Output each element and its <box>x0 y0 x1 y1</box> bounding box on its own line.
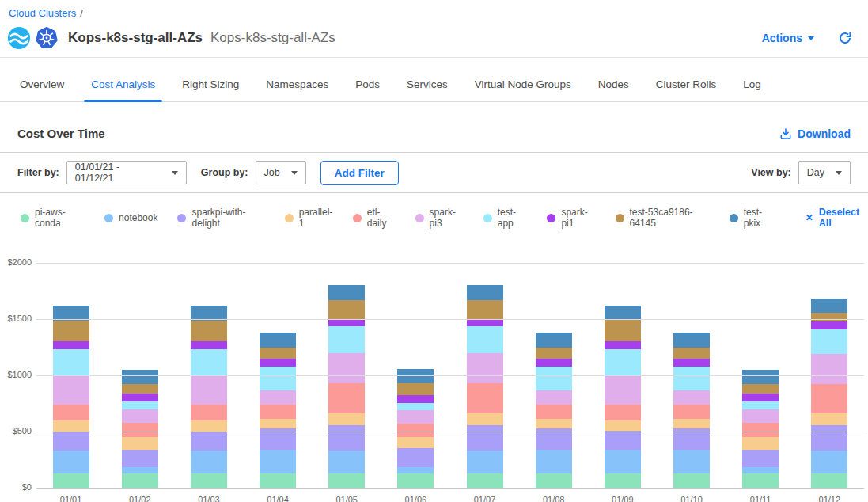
tab-virtual-node-groups[interactable]: Virtual Node Groups <box>475 58 571 101</box>
legend-item-notebook[interactable]: notebook <box>104 212 157 223</box>
bar-01-03[interactable] <box>191 306 227 488</box>
y-axis-tick-label: $1500 <box>0 314 32 323</box>
bar-segment-test-app <box>397 403 434 410</box>
x-axis-tick-label: 01/10 <box>673 495 710 502</box>
tab-right-sizing[interactable]: Right Sizing <box>182 58 239 101</box>
bar-segment-test-pkix <box>467 285 503 300</box>
legend-item-sparkpi-with-delight[interactable]: sparkpi-with-delight <box>177 207 264 229</box>
view-by-select[interactable]: Day <box>798 161 851 184</box>
legend-item-test-pkix[interactable]: test-pkix <box>730 207 775 229</box>
bar-01-10[interactable] <box>673 333 710 488</box>
add-filter-button[interactable]: Add Filter <box>320 161 399 185</box>
tab-log[interactable]: Log <box>743 58 761 101</box>
tab-cost-analysis[interactable]: Cost Analysis <box>91 58 155 101</box>
bar-01-12[interactable] <box>811 299 847 488</box>
tab-cluster-rolls[interactable]: Cluster Rolls <box>656 58 717 101</box>
deselect-all-button[interactable]: ✕Deselect All <box>805 207 868 229</box>
bar-segment-notebook <box>260 450 296 473</box>
tab-nodes[interactable]: Nodes <box>598 58 629 101</box>
actions-label: Actions <box>762 32 802 44</box>
bar-segment-test-app <box>191 349 227 375</box>
bar-segment-test-app <box>536 367 572 390</box>
legend-item-pi-aws-conda[interactable]: pi-aws-conda <box>21 207 85 229</box>
tab-overview[interactable]: Overview <box>20 58 64 101</box>
date-range-select[interactable]: 01/01/21 - 01/12/21 <box>66 161 187 184</box>
actions-button[interactable]: Actions <box>762 32 814 44</box>
group-by-label: Group by: <box>201 167 248 178</box>
bar-segment-spark-pi3 <box>191 375 227 405</box>
legend-label: sparkpi-with-delight <box>191 207 264 229</box>
bar-segment-spark-pi1 <box>122 394 158 401</box>
ocean-logo-icon <box>8 27 30 49</box>
date-range-value: 01/01/21 - 01/12/21 <box>75 162 161 184</box>
bar-segment-etl-daily <box>397 424 434 437</box>
bar-segment-test-pkix <box>191 306 227 320</box>
bar-segment-parallel-1 <box>260 419 296 428</box>
bar-segment-test-app <box>811 329 847 354</box>
bar-segment-sparkpi-with-delight <box>328 425 365 451</box>
bar-segment-etl-daily <box>605 405 641 420</box>
legend-item-etl-daily[interactable]: etl-daily <box>353 207 396 229</box>
bar-01-09[interactable] <box>605 306 641 488</box>
x-axis-tick-label: 01/03 <box>191 495 227 502</box>
bar-segment-test-pkix <box>53 306 89 320</box>
bar-segment-test-app <box>53 349 89 375</box>
bar-segment-test-pkix <box>328 285 365 300</box>
bar-segment-parallel-1 <box>605 420 641 431</box>
bar-segment-test-pkix <box>742 370 779 384</box>
legend-label: spark-pi3 <box>430 207 464 229</box>
bar-segment-pi-aws-conda <box>397 473 434 488</box>
group-by-select[interactable]: Job <box>256 161 306 184</box>
breadcrumb-link-cloud-clusters[interactable]: Cloud Clusters <box>9 7 76 19</box>
legend-item-spark-pi1[interactable]: spark-pi1 <box>547 207 595 229</box>
legend-dot-icon <box>21 214 29 222</box>
bar-01-04[interactable] <box>260 333 296 488</box>
legend-label: etl-daily <box>367 207 396 229</box>
tab-services[interactable]: Services <box>407 58 448 101</box>
bar-segment-etl-daily <box>742 423 779 437</box>
legend-item-test-53ca9186-64145[interactable]: test-53ca9186-64145 <box>616 207 710 229</box>
bar-segment-test-53ca9186-64145 <box>53 321 89 342</box>
legend-item-parallel-1[interactable]: parallel-1 <box>285 207 333 229</box>
bar-segment-etl-daily <box>467 383 503 413</box>
download-button[interactable]: Download <box>779 127 851 140</box>
bar-segment-parallel-1 <box>742 437 779 450</box>
legend-item-test-app[interactable]: test-app <box>483 207 528 229</box>
bar-segment-test-53ca9186-64145 <box>811 313 847 321</box>
bar-segment-notebook <box>605 450 641 473</box>
bar-01-05[interactable] <box>328 285 365 488</box>
tab-namespaces[interactable]: Namespaces <box>266 58 328 101</box>
bar-segment-parallel-1 <box>673 419 710 428</box>
bar-segment-notebook <box>467 451 503 473</box>
bar-01-08[interactable] <box>536 333 572 488</box>
bar-01-02[interactable] <box>122 370 158 488</box>
tab-pods[interactable]: Pods <box>355 58 380 101</box>
x-axis-tick-label: 01/02 <box>122 495 158 502</box>
bar-segment-spark-pi3 <box>53 375 89 405</box>
bar-segment-spark-pi1 <box>673 359 710 367</box>
legend-item-spark-pi3[interactable]: spark-pi3 <box>415 207 464 229</box>
bar-segment-spark-pi1 <box>191 341 227 349</box>
legend-label: test-pkix <box>744 207 775 229</box>
bar-segment-spark-pi3 <box>397 410 434 424</box>
refresh-icon[interactable] <box>838 31 852 45</box>
x-axis-tick-label: 01/08 <box>536 495 572 502</box>
bar-segment-sparkpi-with-delight <box>122 450 158 468</box>
bar-segment-etl-daily <box>53 405 89 420</box>
chart-x-axis: 01/0101/0201/0301/0401/0501/0601/0701/08… <box>36 495 864 502</box>
bar-segment-test-53ca9186-64145 <box>397 383 434 395</box>
x-axis-tick-label: 01/09 <box>605 495 641 502</box>
bar-01-07[interactable] <box>467 285 503 488</box>
tab-bar: OverviewCost AnalysisRight SizingNamespa… <box>0 58 868 102</box>
bar-segment-parallel-1 <box>191 420 227 432</box>
bar-segment-spark-pi3 <box>536 390 572 405</box>
x-axis-tick-label: 01/12 <box>811 495 847 502</box>
bar-segment-sparkpi-with-delight <box>742 450 779 468</box>
bar-segment-notebook <box>191 451 227 473</box>
legend-dot-icon <box>353 214 362 222</box>
legend-label: notebook <box>119 212 157 223</box>
bar-01-01[interactable] <box>53 306 89 488</box>
page-subtitle: Kops-k8s-stg-all-AZs <box>210 30 335 46</box>
bar-01-11[interactable] <box>742 370 779 488</box>
bar-01-06[interactable] <box>397 369 434 488</box>
